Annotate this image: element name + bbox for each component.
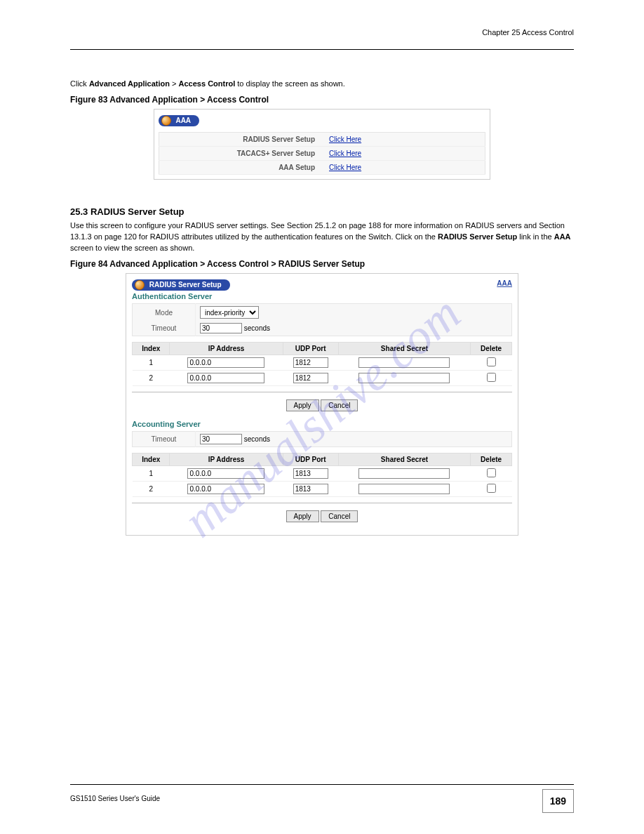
table-row: 2: [133, 482, 512, 497]
auth-timeout-label: Timeout: [133, 321, 196, 336]
page-number: 189: [542, 789, 574, 813]
acct-timeout-input[interactable]: [200, 434, 242, 444]
aaa-title: AAA: [175, 116, 191, 124]
acct-server-title: Accounting Server: [132, 420, 201, 428]
mode-select[interactable]: index-priority: [200, 306, 259, 319]
col-delete: Delete: [471, 343, 512, 355]
footer-guide: GS1510 Series User's Guide: [70, 795, 160, 802]
col-port: UDP Port: [283, 454, 338, 466]
cell-index: 1: [133, 355, 170, 371]
acct-timeout-label: Timeout: [133, 432, 196, 447]
acct-ip-input[interactable]: [187, 484, 264, 494]
table-row: 1: [133, 466, 512, 482]
acct-secret-input[interactable]: [358, 468, 450, 479]
orb-icon: [135, 280, 145, 290]
intro-para: Click Advanced Application > Access Cont…: [70, 78, 574, 89]
acct-port-input[interactable]: [293, 484, 328, 494]
cell-index: 2: [133, 482, 170, 497]
col-ip: IP Address: [170, 343, 283, 355]
col-index: Index: [133, 343, 170, 355]
acct-port-input[interactable]: [293, 468, 328, 479]
table-row: 1: [133, 355, 512, 371]
auth-timeout-input[interactable]: [200, 323, 242, 333]
mode-label: Mode: [133, 304, 196, 322]
auth-port-input[interactable]: [293, 373, 328, 383]
aaa-row: AAA Setup Click Here: [159, 161, 485, 175]
auth-delete-checkbox[interactable]: [487, 357, 496, 366]
table-row: 2: [133, 371, 512, 386]
section2-para: Use this screen to configure your RADIUS…: [70, 220, 574, 253]
auth-delete-checkbox[interactable]: [487, 373, 496, 382]
radius-panel: AAA RADIUS Server Setup Authentication S…: [126, 273, 518, 536]
aaa-row: RADIUS Server Setup Click Here: [159, 133, 485, 147]
auth-cancel-button[interactable]: Cancel: [321, 399, 358, 411]
auth-apply-button[interactable]: Apply: [286, 399, 319, 411]
col-ip: IP Address: [170, 454, 283, 466]
orb-icon: [161, 116, 171, 126]
aaa-clickhere-link[interactable]: Click Here: [329, 164, 361, 171]
col-secret: Shared Secret: [338, 343, 470, 355]
acct-cancel-button[interactable]: Cancel: [321, 510, 358, 522]
aaa-row-label: RADIUS Server Setup: [159, 133, 323, 147]
cell-index: 2: [133, 371, 170, 386]
acct-secret-input[interactable]: [358, 484, 450, 494]
divider: [132, 392, 512, 392]
radius-pill: RADIUS Server Setup: [132, 279, 230, 291]
aaa-clickhere-link[interactable]: Click Here: [329, 135, 361, 143]
figure2-caption: Figure 84 Advanced Application > Access …: [70, 259, 574, 269]
auth-server-table: Index IP Address UDP Port Shared Secret …: [132, 342, 512, 386]
acct-server-table: Index IP Address UDP Port Shared Secret …: [132, 453, 512, 497]
breadcrumb-aaa[interactable]: AAA: [497, 279, 512, 287]
aaa-row-label: TACACS+ Server Setup: [159, 147, 323, 161]
radius-title: RADIUS Server Setup: [149, 281, 222, 289]
table-header-row: Index IP Address UDP Port Shared Secret …: [133, 343, 512, 355]
auth-port-input[interactable]: [293, 357, 328, 368]
col-index: Index: [133, 454, 170, 466]
auth-config-table: Mode index-priority Timeout seconds: [132, 303, 512, 336]
top-rule: [70, 49, 574, 50]
table-header-row: Index IP Address UDP Port Shared Secret …: [133, 454, 512, 466]
section-heading: 25.3 RADIUS Server Setup: [70, 206, 574, 217]
acct-delete-checkbox[interactable]: [487, 468, 496, 477]
aaa-panel: AAA RADIUS Server Setup Click Here TACAC…: [154, 109, 490, 180]
divider: [132, 503, 512, 503]
aaa-clickhere-link[interactable]: Click Here: [329, 150, 361, 157]
col-secret: Shared Secret: [338, 454, 470, 466]
chapter-header: Chapter 25 Access Control: [482, 28, 574, 37]
col-port: UDP Port: [283, 343, 338, 355]
auth-secret-input[interactable]: [358, 357, 450, 368]
acct-delete-checkbox[interactable]: [487, 484, 496, 493]
aaa-row-label: AAA Setup: [159, 161, 323, 175]
acct-timeout-unit: seconds: [244, 435, 270, 443]
acct-ip-input[interactable]: [187, 468, 264, 479]
aaa-pill: AAA: [159, 115, 199, 126]
auth-timeout-unit: seconds: [244, 324, 270, 332]
acct-config-table: Timeout seconds: [132, 431, 512, 447]
aaa-links-table: RADIUS Server Setup Click Here TACACS+ S…: [159, 132, 485, 175]
aaa-row: TACACS+ Server Setup Click Here: [159, 147, 485, 161]
figure1-caption: Figure 83 Advanced Application > Access …: [70, 95, 574, 105]
auth-secret-input[interactable]: [358, 373, 450, 383]
acct-apply-button[interactable]: Apply: [286, 510, 319, 522]
bottom-rule: [70, 784, 574, 785]
col-delete: Delete: [471, 454, 512, 466]
auth-ip-input[interactable]: [187, 373, 264, 383]
auth-server-title: Authentication Server: [132, 292, 212, 300]
auth-ip-input[interactable]: [187, 357, 264, 368]
cell-index: 1: [133, 466, 170, 482]
